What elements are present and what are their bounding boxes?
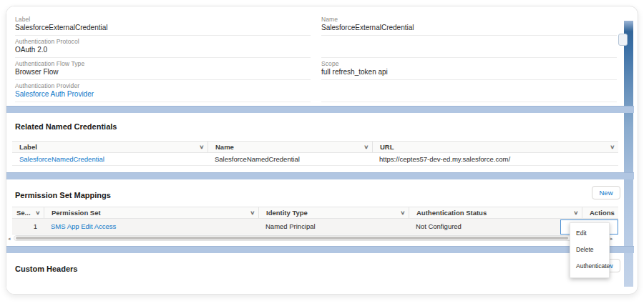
section-divider <box>6 172 634 179</box>
field-name-caption: Name <box>321 16 338 23</box>
permission-mapping-row: 1 SMS App Edit Access Named Principal No… <box>12 219 618 235</box>
column-header-url-text: URL <box>380 143 394 151</box>
field-label: Label SalesforceExternalCredential <box>15 14 311 36</box>
named-credential-link[interactable]: SalesforceNamedCredential <box>19 155 104 163</box>
column-header-sequence: Se... ∨ <box>12 207 44 218</box>
permission-set-cell: SMS App Edit Access <box>44 219 258 234</box>
field-auth-protocol-value: OAuth 2.0 <box>15 46 47 54</box>
hscroll-left-arrow[interactable]: ◂ <box>8 235 11 242</box>
field-auth-flow-type: Authentication Flow Type Browser Flow <box>15 58 311 80</box>
detail-left-column: Label SalesforceExternalCredential Authe… <box>15 14 311 102</box>
column-header-permission-set: Permission Set ∨ <box>44 207 258 218</box>
field-auth-protocol-caption: Authentication Protocol <box>15 38 79 45</box>
chevron-down-icon[interactable]: ∨ <box>610 144 615 150</box>
column-header-actions-text: Actions <box>590 209 615 217</box>
field-label-value: SalesforceExternalCredential <box>15 24 108 31</box>
row-actions-menu: Edit Delete Authenticate <box>570 222 610 278</box>
permission-mappings-title: Permission Set Mappings <box>15 191 111 199</box>
horizontal-scrollbar[interactable] <box>14 235 608 241</box>
custom-headers-title: Custom Headers <box>15 265 77 273</box>
sequence-cell: 1 <box>12 219 44 234</box>
related-credential-url-cell: https://ceptes57-dev-ed.my.salesforce.co… <box>372 153 618 165</box>
chevron-down-icon[interactable]: ∨ <box>400 209 405 216</box>
field-scope-caption: Scope <box>321 60 339 67</box>
new-permission-mapping-button[interactable]: New <box>592 186 620 199</box>
related-credential-label-cell: SalesforceNamedCredential <box>12 153 208 165</box>
authentication-status-cell: Not Configured <box>409 219 582 234</box>
column-header-name: Name ∨ <box>208 142 372 152</box>
menu-item-authenticate[interactable]: Authenticate <box>570 258 609 275</box>
related-named-credentials-section: Related Named Credentials Label ∨ Name ∨… <box>6 114 624 172</box>
column-header-label: Label ∨ <box>12 142 208 152</box>
custom-headers-section: Custom Headers New <box>6 253 624 295</box>
menu-item-delete[interactable]: Delete <box>570 242 609 258</box>
field-auth-protocol: Authentication Protocol OAuth 2.0 <box>15 36 311 58</box>
field-empty <box>321 36 617 58</box>
column-header-permission-set-text: Permission Set <box>52 209 101 217</box>
chevron-down-icon[interactable]: ∨ <box>35 209 40 216</box>
field-empty <box>321 80 617 102</box>
field-label-caption: Label <box>15 16 30 23</box>
chevron-down-icon[interactable]: ∨ <box>573 209 578 216</box>
permission-set-mappings-section: Permission Set Mappings New Se... ∨ Perm… <box>6 179 624 246</box>
column-header-url: URL ∨ <box>372 142 618 152</box>
field-name-value: SalesforceExternalCredential <box>321 24 414 31</box>
field-auth-provider: Authentication Provider Salesforce Auth … <box>15 80 311 102</box>
auth-provider-link[interactable]: Salesforce Auth Provider <box>15 90 94 98</box>
field-auth-provider-caption: Authentication Provider <box>15 82 79 89</box>
section-divider <box>6 106 634 113</box>
permission-set-link[interactable]: SMS App Edit Access <box>51 222 116 230</box>
column-header-sequence-text: Se... <box>16 209 31 217</box>
field-name: Name SalesforceExternalCredential <box>321 14 617 36</box>
detail-right-column: Name SalesforceExternalCredential Scope … <box>321 14 617 102</box>
credential-detail-section: Label SalesforceExternalCredential Authe… <box>6 6 624 106</box>
column-header-authentication-status: Authentication Status ∨ <box>409 207 582 218</box>
column-header-name-text: Name <box>215 143 234 151</box>
identity-type-cell: Named Principal <box>258 219 409 234</box>
chevron-down-icon[interactable]: ∨ <box>364 144 369 150</box>
page: Label SalesforceExternalCredential Authe… <box>0 0 644 306</box>
related-credentials-title: Related Named Credentials <box>15 122 117 131</box>
section-divider <box>6 246 634 253</box>
related-credential-row: SalesforceNamedCredential SalesforceName… <box>12 153 618 166</box>
column-header-identity-type: Identity Type ∨ <box>258 207 409 218</box>
external-credential-panel: Label SalesforceExternalCredential Authe… <box>6 6 638 295</box>
column-header-identity-type-text: Identity Type <box>266 209 308 217</box>
vertical-scrollbar-thumb[interactable] <box>618 34 628 46</box>
horizontal-scrollbar-thumb[interactable] <box>16 237 568 240</box>
field-auth-flow-type-caption: Authentication Flow Type <box>15 60 84 67</box>
field-scope-value: full refresh_token api <box>321 68 388 76</box>
menu-item-edit[interactable]: Edit <box>570 225 609 242</box>
permission-table-header: Se... ∨ Permission Set ∨ Identity Type ∨… <box>12 207 618 219</box>
related-credential-name-cell: SalesforceNamedCredential <box>208 153 372 165</box>
chevron-down-icon[interactable]: ∨ <box>250 209 255 216</box>
chevron-down-icon[interactable]: ∨ <box>199 144 204 150</box>
column-header-label-text: Label <box>19 143 37 151</box>
column-header-authentication-status-text: Authentication Status <box>416 209 487 217</box>
hscroll-right-arrow[interactable]: ▸ <box>610 235 613 242</box>
field-scope: Scope full refresh_token api <box>321 58 617 80</box>
related-table-header: Label ∨ Name ∨ URL ∨ <box>12 141 618 153</box>
column-header-actions: Actions <box>582 207 618 218</box>
field-auth-flow-type-value: Browser Flow <box>15 68 59 76</box>
